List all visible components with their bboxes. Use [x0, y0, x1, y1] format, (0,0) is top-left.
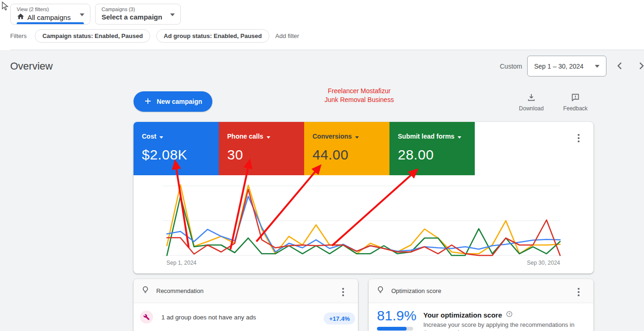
annotation-line-1: Freelancer Mostafizur	[325, 87, 394, 95]
mouse-cursor-icon	[1, 1, 9, 13]
chevron-down-icon	[355, 136, 359, 139]
view-selector-label: View (2 filters)	[17, 6, 76, 13]
campaign-selector-value: Select a campaign	[102, 13, 162, 22]
top-toolbar: View (2 filters) All campaigns Campaigns…	[0, 0, 644, 50]
feedback-icon	[571, 93, 580, 103]
metric-cost-card[interactable]: Cost $2.08K	[134, 122, 219, 175]
overview-content: Overview Custom Sep 1 – 30, 2024 New cam…	[0, 50, 644, 331]
metric-label: Submit lead forms	[398, 133, 454, 140]
feedback-button[interactable]: Feedback	[559, 93, 592, 112]
x-axis-start-label: Sep 1, 2024	[166, 260, 197, 266]
new-campaign-label: New campaign	[157, 98, 202, 105]
optimization-card-header: Optimization score	[369, 279, 593, 303]
page-title: Overview	[10, 60, 53, 72]
chevron-down-icon	[595, 65, 599, 68]
optimization-score-card: Optimization score 81.9% Your optimizati…	[369, 279, 593, 331]
metric-label: Conversions	[312, 133, 352, 140]
previous-period-button[interactable]	[615, 61, 625, 71]
google-ads-overview-page: View (2 filters) All campaigns Campaigns…	[0, 0, 644, 331]
wrench-icon	[140, 311, 153, 324]
optimization-description: Increase your score by applying the reco…	[423, 321, 589, 331]
performance-chart-card: Cost $2.08K Phone calls 30 Conversions 4…	[134, 122, 593, 274]
lightbulb-icon	[141, 286, 150, 296]
feedback-label: Feedback	[563, 105, 588, 112]
x-axis-end-label: Sep 30, 2024	[527, 260, 560, 266]
chevron-down-icon	[159, 136, 163, 139]
filters-label: Filters	[10, 32, 26, 39]
chevron-down-icon	[170, 13, 175, 16]
metric-value: 30	[227, 147, 304, 163]
date-range-value: Sep 1 – 30, 2024	[534, 63, 584, 70]
new-campaign-button[interactable]: New campaign	[134, 91, 212, 112]
filter-chip-ad-group-status[interactable]: Ad group status: Enabled, Paused	[156, 29, 269, 43]
recommendation-text: 1 ad group does not have any ads	[161, 314, 256, 321]
recommendation-card: Recommendation 1 ad group does not have …	[134, 279, 358, 331]
view-selector-value: All campaigns	[27, 13, 70, 22]
metric-label: Cost	[142, 133, 156, 140]
metric-value: 28.00	[398, 147, 475, 163]
date-mode-label: Custom	[500, 63, 522, 70]
lightbulb-icon	[376, 286, 385, 296]
optimization-card-title: Optimization score	[391, 287, 441, 294]
active-tab-indicator	[17, 22, 84, 24]
recommendation-item[interactable]: 1 ad group does not have any ads	[140, 311, 256, 324]
optimization-progress-fill	[377, 327, 407, 331]
plus-icon	[144, 97, 152, 107]
metric-value: 44.00	[312, 147, 389, 163]
annotation-text: Freelancer Mostafizur Junk Removal Busin…	[325, 87, 394, 104]
chevron-down-icon	[267, 136, 270, 139]
campaign-selector-label: Campaigns (3)	[102, 6, 166, 13]
optimization-progress-bar	[377, 327, 413, 331]
optimization-score-value: 81.9%	[377, 308, 416, 324]
more-options-button[interactable]	[574, 133, 583, 143]
optimization-heading: Your optimization score	[423, 311, 502, 319]
chevron-down-icon	[80, 13, 84, 16]
metric-submit-lead-forms-card[interactable]: Submit lead forms 28.00	[389, 122, 475, 175]
download-icon	[527, 93, 536, 103]
more-options-button[interactable]	[338, 287, 348, 297]
filter-chip-campaign-status[interactable]: Campaign status: Enabled, Paused	[35, 29, 150, 43]
add-filter-button[interactable]: Add filter	[275, 32, 299, 39]
home-icon	[17, 13, 25, 23]
annotation-line-2: Junk Removal Business	[325, 95, 394, 104]
metric-phone-calls-card[interactable]: Phone calls 30	[219, 122, 304, 175]
metric-value: $2.08K	[142, 147, 219, 163]
filters-bar: Filters Campaign status: Enabled, Paused…	[10, 29, 299, 43]
recommendation-card-header: Recommendation	[134, 279, 358, 303]
download-label: Download	[519, 105, 543, 112]
svg-text:?: ?	[508, 312, 510, 316]
help-icon[interactable]: ?	[506, 311, 513, 319]
next-period-button[interactable]	[636, 61, 644, 71]
uplift-badge: +17.4%	[324, 312, 355, 325]
date-range-picker[interactable]: Sep 1 – 30, 2024	[527, 56, 606, 76]
chevron-down-icon	[458, 136, 461, 139]
download-button[interactable]: Download	[515, 93, 548, 112]
more-options-button[interactable]	[574, 287, 583, 297]
metric-label: Phone calls	[227, 133, 263, 140]
metric-conversions-card[interactable]: Conversions 44.00	[304, 122, 389, 175]
view-selector-dropdown[interactable]: View (2 filters) All campaigns	[10, 4, 90, 25]
recommendation-card-title: Recommendation	[156, 287, 204, 294]
campaign-selector-dropdown[interactable]: Campaigns (3) Select a campaign	[95, 4, 181, 25]
